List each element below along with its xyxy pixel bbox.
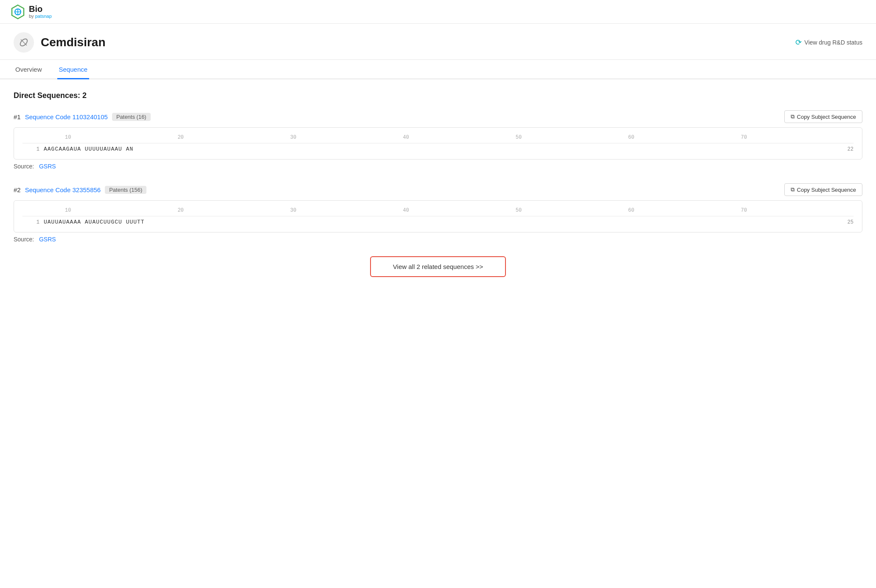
- tabs-bar: Overview Sequence: [0, 60, 876, 79]
- ruler-mark-10-1: 10: [65, 134, 177, 140]
- copy-btn-label-2: Copy Subject Sequence: [797, 187, 856, 193]
- seq-data-2: UAUUAUAAAA AUAUCUUGCU UUUTT: [44, 219, 843, 225]
- logo-area: Bio by patsnap: [10, 4, 52, 20]
- seq-number-2: #2: [14, 186, 21, 193]
- main-content: Direct Sequences: 2 #1 Sequence Code 110…: [0, 79, 876, 306]
- logo-bio-label: Bio: [29, 4, 52, 14]
- seq-end-2: 25: [848, 219, 854, 225]
- ruler-mark-10-2: 10: [65, 207, 177, 213]
- seq-code-link-2[interactable]: Sequence Code 32355856: [25, 186, 101, 193]
- ruler-mark-30-2: 30: [290, 207, 403, 213]
- source-label-2: Source:: [14, 236, 34, 243]
- drug-name: Cemdisiran: [41, 36, 106, 49]
- source-label-1: Source:: [14, 163, 34, 170]
- seq-ruler-2: 10 20 30 40 50 60 70: [22, 207, 854, 216]
- copy-subject-sequence-btn-1[interactable]: ⧉ Copy Subject Sequence: [784, 110, 862, 123]
- section-title: Direct Sequences: 2: [14, 91, 862, 100]
- copy-subject-sequence-btn-2[interactable]: ⧉ Copy Subject Sequence: [784, 183, 862, 196]
- copy-icon-1: ⧉: [791, 113, 795, 120]
- ruler-mark-50-1: 50: [516, 134, 628, 140]
- sequence-viewer-2: 10 20 30 40 50 60 70 1 UAUUAUAAAA AUAUCU…: [14, 200, 862, 232]
- rd-status-label: View drug R&D status: [804, 39, 862, 46]
- sequence-block-2: #2 Sequence Code 32355856 Patents (156) …: [14, 183, 862, 243]
- ruler-mark-30-1: 30: [290, 134, 403, 140]
- svg-line-5: [21, 39, 27, 45]
- tab-sequence[interactable]: Sequence: [57, 60, 90, 79]
- sequence-header-2: #2 Sequence Code 32355856 Patents (156) …: [14, 183, 862, 196]
- source-link-2[interactable]: GSRS: [39, 236, 56, 243]
- tab-overview[interactable]: Overview: [14, 60, 44, 79]
- rd-status-icon: ⟳: [795, 38, 802, 47]
- ruler-mark-70-1: 70: [741, 134, 854, 140]
- logo-icon: [10, 4, 25, 20]
- seq-pos-2: 1: [22, 219, 39, 225]
- ruler-mark-40-2: 40: [403, 207, 515, 213]
- seq-data-1: AAGCAAGAUA UUUUUAUAAU AN: [44, 146, 843, 152]
- source-line-2: Source: GSRS: [14, 236, 862, 243]
- ruler-mark-50-2: 50: [516, 207, 628, 213]
- seq-ruler-1: 10 20 30 40 50 60 70: [22, 134, 854, 143]
- copy-btn-label-1: Copy Subject Sequence: [797, 114, 856, 120]
- ruler-mark-70-2: 70: [741, 207, 854, 213]
- ruler-mark-20-1: 20: [177, 134, 290, 140]
- view-rd-status-button[interactable]: ⟳ View drug R&D status: [795, 38, 862, 47]
- seq-pos-1: 1: [22, 146, 39, 152]
- seq-number-1: #1: [14, 113, 21, 120]
- view-all-container: View all 2 related sequences >>: [14, 256, 862, 294]
- sequence-block-1: #1 Sequence Code 1103240105 Patents (16)…: [14, 110, 862, 170]
- drug-header: Cemdisiran ⟳ View drug R&D status: [0, 24, 876, 60]
- view-all-related-sequences-button[interactable]: View all 2 related sequences >>: [370, 256, 506, 277]
- copy-icon-2: ⧉: [791, 186, 795, 193]
- seq-row-2: 1 UAUUAUAAAA AUAUCUUGCU UUUTT 25: [22, 219, 854, 225]
- patents-badge-1[interactable]: Patents (16): [112, 113, 151, 121]
- logo-text: Bio by patsnap: [29, 4, 52, 19]
- sequence-header-left-1: #1 Sequence Code 1103240105 Patents (16): [14, 113, 151, 121]
- ruler-mark-40-1: 40: [403, 134, 515, 140]
- patents-badge-2[interactable]: Patents (156): [105, 186, 146, 194]
- ruler-mark-20-2: 20: [177, 207, 290, 213]
- drug-title-area: Cemdisiran: [14, 32, 106, 53]
- seq-code-link-1[interactable]: Sequence Code 1103240105: [25, 113, 108, 120]
- seq-row-1: 1 AAGCAAGAUA UUUUUAUAAU AN 22: [22, 146, 854, 152]
- drug-icon: [14, 32, 34, 53]
- ruler-mark-60-1: 60: [628, 134, 741, 140]
- source-link-1[interactable]: GSRS: [39, 163, 56, 170]
- ruler-mark-60-2: 60: [628, 207, 741, 213]
- top-nav: Bio by patsnap: [0, 0, 876, 24]
- seq-end-1: 22: [848, 146, 854, 152]
- logo-by-label: by patsnap: [29, 14, 52, 19]
- sequence-header-1: #1 Sequence Code 1103240105 Patents (16)…: [14, 110, 862, 123]
- source-line-1: Source: GSRS: [14, 163, 862, 170]
- sequence-header-left-2: #2 Sequence Code 32355856 Patents (156): [14, 186, 146, 194]
- sequence-viewer-1: 10 20 30 40 50 60 70 1 AAGCAAGAUA UUUUUA…: [14, 127, 862, 160]
